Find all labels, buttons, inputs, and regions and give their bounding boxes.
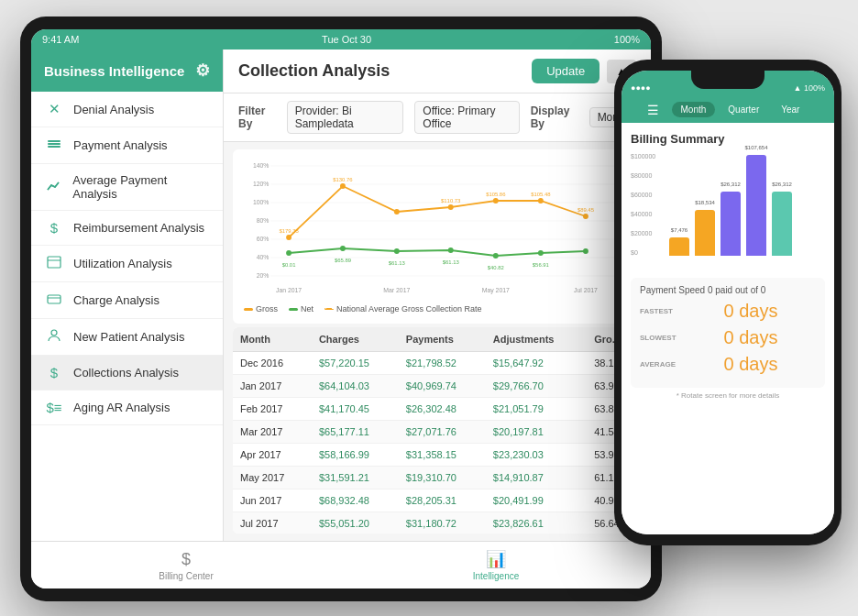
cell-payments: $40,969.74 [399,375,486,398]
ipad-content: Business Intelligence ⚙ ✕ Denial Analysi… [31,50,651,541]
ipad-statusbar: 9:41 AM Tue Oct 30 100% [31,29,651,50]
table-row: May 2017 $31,591.21 $19,310.70 $14,910.8… [233,467,642,490]
bar-group-3: $26,312 [720,192,741,256]
cell-adjustments: $29,766.70 [486,375,587,398]
svg-text:$56.91: $56.91 [533,262,550,268]
svg-point-39 [538,198,544,204]
svg-point-37 [448,204,454,210]
svg-text:$130.76: $130.76 [333,177,353,182]
billing-summary-title: Billing Summary [631,132,825,146]
cell-payments: $21,798.52 [399,352,486,375]
payment-icon [44,137,64,154]
sidebar-item-collections[interactable]: $ Collections Analysis [31,356,223,390]
main-title: Collection Analysis [238,61,390,81]
iphone-tab-month[interactable]: Month [672,102,716,117]
sidebar-item-payment[interactable]: Payment Analysis [31,127,223,164]
slowest-value: 0 days [686,327,816,348]
bar-chart-container: $100000 $80000 $60000 $40000 $20000 $0 $… [631,153,825,272]
provider-filter[interactable]: Provider: Bi Sampledata [287,101,404,134]
bottom-tab-intelligence[interactable]: 📊 Intelligence [341,542,651,588]
billing-tab-icon: $ [182,550,191,569]
svg-point-42 [340,246,346,251]
chart-area: 140% 120% 100% 80% 60% 40% 20% $179.33 $… [233,149,642,324]
svg-text:$0.01: $0.01 [282,262,296,268]
sidebar: Business Intelligence ⚙ ✕ Denial Analysi… [31,50,224,541]
gear-icon[interactable]: ⚙ [195,60,210,81]
sidebar-item-avg-payment[interactable]: Average Payment Analysis [31,164,223,211]
iphone-tab-quarter[interactable]: Quarter [719,102,768,117]
ipad-screen: 9:41 AM Tue Oct 30 100% Business Intelli… [31,29,651,588]
svg-text:$89.45: $89.45 [578,207,595,213]
bar-group-5: $26,312 [772,192,792,256]
svg-point-47 [583,248,588,254]
sidebar-item-denial[interactable]: ✕ Denial Analysis [31,92,223,127]
cell-charges: $31,591.21 [312,467,399,490]
svg-text:Jul 2017: Jul 2017 [574,287,598,293]
cell-charges: $65,177.11 [312,421,399,444]
table-row: Jan 2017 $64,104.03 $40,969.74 $29,766.7… [233,375,642,398]
table-row: Jun 2017 $68,932.48 $28,205.31 $20,491.9… [233,490,642,512]
cell-payments: $28,205.31 [399,490,486,512]
utilization-icon [44,255,64,272]
hamburger-icon[interactable]: ☰ [647,103,659,117]
scene: 9:41 AM Tue Oct 30 100% Business Intelli… [0,0,858,616]
col-month: Month [233,327,312,352]
svg-text:$40.82: $40.82 [488,265,504,270]
svg-point-38 [493,198,499,204]
cell-charges: $57,220.15 [312,352,399,375]
bar-1 [669,237,689,256]
update-button[interactable]: Update [532,59,600,83]
cell-payments: $27,071.76 [399,421,486,444]
speed-row-average: AVERAGE 0 days [640,354,816,375]
iphone-tabs: Month Quarter Year [672,102,809,117]
sidebar-header: Business Intelligence ⚙ [31,50,223,92]
reimbursement-icon: $ [44,220,64,236]
bottom-tab-billing[interactable]: $ Billing Center [31,542,341,588]
iphone-tab-year[interactable]: Year [772,102,808,117]
sidebar-item-reimbursement[interactable]: $ Reimbursement Analysis [31,211,223,246]
cell-month: Jul 2017 [233,512,312,534]
chart-legend: Gross Net National Average Gross Collect… [244,304,631,324]
speed-row-slowest: SLOWEST 0 days [640,327,816,348]
cell-month: Feb 2017 [233,398,312,421]
charge-icon [44,292,64,309]
ipad-device: 9:41 AM Tue Oct 30 100% Business Intelli… [20,16,662,601]
sidebar-item-charge[interactable]: Charge Analysis [31,282,223,319]
bar-group-1: $7,476 [669,237,689,256]
intelligence-tab-icon: 📊 [486,549,506,569]
cell-adjustments: $23,230.03 [486,444,587,467]
svg-point-41 [286,250,292,256]
legend-nat-gross: National Average Gross Collection Rate [324,304,481,314]
fastest-label: FASTEST [640,307,686,315]
svg-text:$110.73: $110.73 [441,198,461,204]
cell-month: Apr 2017 [233,444,312,467]
cell-adjustments: $23,826.61 [486,512,587,534]
cell-month: May 2017 [233,467,312,490]
slowest-label: SLOWEST [640,334,686,342]
sidebar-item-new-patient[interactable]: New Patient Analysis [31,319,223,356]
svg-text:Jan 2017: Jan 2017 [276,287,302,293]
cell-month: Mar 2017 [233,421,312,444]
collections-icon: $ [44,365,64,380]
col-charges: Charges [312,327,399,352]
office-filter[interactable]: Office: Primary Office [414,101,519,134]
bars-row: $7,476 $18,534 $26,3 [669,153,825,256]
cell-charges: $41,170.45 [312,398,399,421]
average-label: AVERAGE [640,360,686,368]
svg-rect-1 [48,143,60,145]
cell-adjustments: $15,647.92 [486,352,587,375]
sidebar-item-aging[interactable]: $≡ Aging AR Analysis [31,390,223,425]
svg-text:140%: 140% [253,162,270,169]
payment-speed-title: Payment Speed 0 paid out of 0 [640,285,816,295]
table-row: Apr 2017 $58,166.99 $31,358.15 $23,230.0… [233,444,642,467]
sidebar-item-utilization[interactable]: Utilization Analysis [31,246,223,282]
aging-icon: $≡ [44,400,64,415]
wifi-icon: ▲ 100% [794,83,825,93]
table-row: Mar 2017 $65,177.11 $27,071.76 $20,197.8… [233,421,642,444]
iphone-signal: ●●●● [631,83,651,93]
svg-rect-0 [48,140,60,142]
svg-text:60%: 60% [257,236,270,242]
cell-charges: $64,104.03 [312,375,399,398]
cell-payments: $26,302.48 [399,398,486,421]
cell-charges: $55,051.20 [312,512,399,534]
